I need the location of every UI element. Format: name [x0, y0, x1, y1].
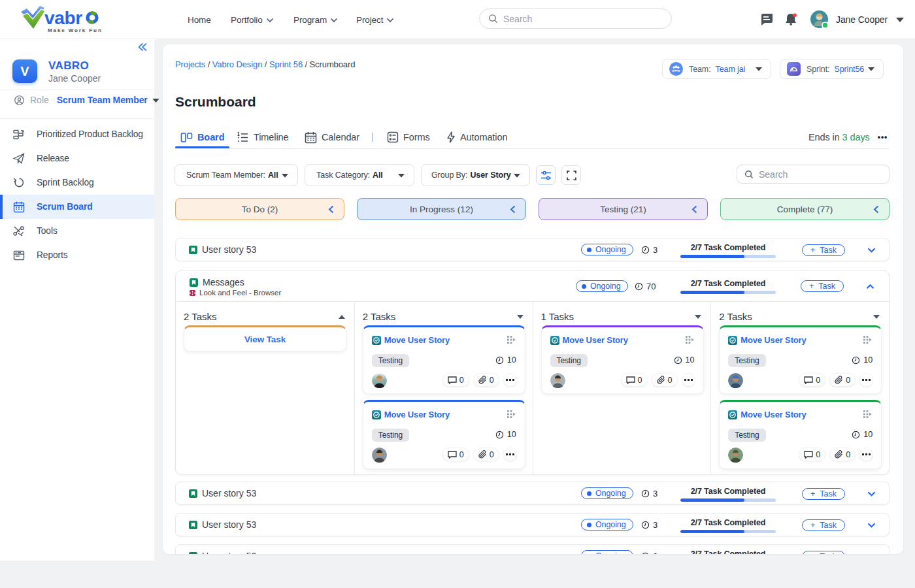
svg-text:vabr: vabr	[44, 8, 82, 28]
svg-text:Make Work Fun: Make Work Fun	[48, 27, 103, 33]
